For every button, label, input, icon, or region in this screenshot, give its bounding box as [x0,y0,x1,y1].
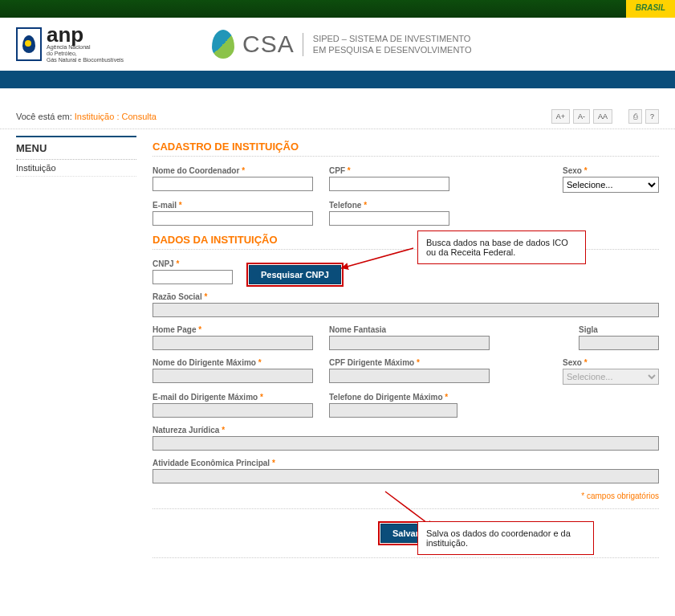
field-cnpj: CNPJ * [152,259,233,284]
brasil-tag[interactable]: BRASIL [626,0,675,18]
anp-logo: anp Agência Nacional do Petróleo, Gás Na… [16,26,124,63]
print-button[interactable]: ⎙ [628,109,642,124]
sidebar-item-instituicao[interactable]: Instituição [16,160,136,177]
razao-social-input [152,303,659,317]
cnpj-input[interactable] [152,270,233,284]
gov-topbar: BRASIL [0,0,675,18]
field-homepage: Home Page * [152,325,313,350]
natureza-input [152,436,659,451]
field-natureza: Natureza Jurídica * [152,426,659,451]
field-cpf-dirigente: CPF Dirigente Máximo * [329,358,490,385]
sexo-select[interactable]: Selecione... [563,177,659,193]
field-nome-dirigente: Nome do Dirigente Máximo * [152,358,313,385]
csa-desc-line2: EM PESQUISA E DESENVOLVIMENTO [313,44,472,55]
font-reset-button[interactable]: AA [593,109,612,124]
nome-fantasia-input [329,336,490,350]
homepage-input [152,336,313,350]
email-input[interactable] [152,211,313,226]
field-sexo-dirigente: Sexo * Selecione... [563,358,659,385]
sigla-input [579,336,659,350]
anp-drop-icon [16,27,42,61]
tel-dirigente-input [329,403,457,418]
pesquisar-cnpj-button[interactable]: Pesquisar CNPJ [249,265,341,284]
csa-desc-line1: SIPED – SISTEMA DE INVESTIMENTO [313,33,472,44]
callout-pesquisar: Busca dados na base de dados ICO ou da R… [417,230,586,264]
csa-logo-block: CSA SIPED – SISTEMA DE INVESTIMENTO EM P… [212,30,471,59]
field-cpf: CPF * [329,166,449,193]
nav-bar [0,71,675,88]
breadcrumb: Você está em: Instituição : Consulta [16,112,157,121]
field-razao-social: Razão Social * [152,292,659,317]
csa-drop-icon [212,30,234,59]
email-dirigente-input [152,403,313,418]
field-nome-coordenador: Nome do Coordenador * [152,166,313,193]
anp-wordmark: anp [47,26,124,44]
help-button[interactable]: ? [645,109,659,124]
breadcrumb-instituicao[interactable]: Instituição [75,112,115,121]
main-content: CADASTRO DE INSTITUIÇÃO Nome do Coordena… [152,136,659,616]
field-atividade: Atividade Econômica Principal * [152,459,659,483]
cpf-input[interactable] [329,177,449,191]
field-email: E-mail * [152,201,313,226]
breadcrumb-prefix: Você está em: [16,112,72,121]
section-cadastro-title: CADASTRO DE INSTITUIÇÃO [152,141,659,157]
callout-salvar: Salva os dados do coordenador e da insti… [417,521,594,555]
sidebar: MENU Instituição [16,136,136,616]
font-decrease-button[interactable]: A- [573,109,590,124]
nome-coordenador-input[interactable] [152,177,313,191]
field-sexo: Sexo * Selecione... [563,166,659,193]
field-sigla: Sigla [579,325,659,350]
csa-wordmark: CSA [242,31,295,58]
app-header: anp Agência Nacional do Petróleo, Gás Na… [0,18,675,71]
accessibility-tools: A+ A- AA ⎙ ? [551,109,659,124]
sexo-dirigente-select: Selecione... [563,369,659,385]
field-email-dirigente: E-mail do Dirigente Máximo * [152,393,313,418]
field-tel-dirigente: Telefone do Dirigente Máximo * [329,393,457,418]
telefone-input[interactable] [329,211,449,226]
field-telefone: Telefone * [329,201,449,226]
required-fields-note: * campos obrigatórios [152,492,659,500]
anp-subtitle: Agência Nacional do Petróleo, Gás Natura… [47,44,124,63]
font-increase-button[interactable]: A+ [551,109,570,124]
csa-description: SIPED – SISTEMA DE INVESTIMENTO EM PESQU… [303,33,472,56]
menu-title: MENU [16,136,136,160]
breadcrumb-consulta[interactable]: Consulta [122,112,157,121]
cpf-dirigente-input [329,369,490,383]
field-nome-fantasia: Nome Fantasia [329,325,490,350]
nome-dirigente-input [152,369,313,383]
atividade-input [152,469,659,483]
